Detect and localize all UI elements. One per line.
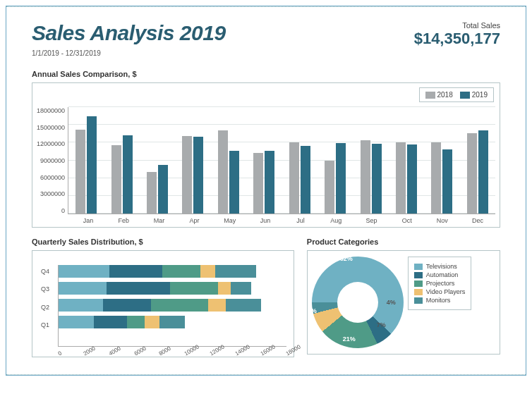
quarterly-chart: Q4Q3Q2Q1 0200040006000800010000120001400… xyxy=(32,250,294,357)
total-sales-label: Total Sales xyxy=(414,21,500,30)
segment xyxy=(162,265,200,278)
legend-item: Televisions xyxy=(414,263,465,270)
month-col xyxy=(140,107,175,214)
date-range: 1/1/2019 - 12/31/2019 xyxy=(32,49,500,57)
report-body: Sales Analysis 2019 Total Sales $14,350,… xyxy=(6,7,526,374)
segment xyxy=(215,265,255,278)
segment xyxy=(59,316,94,328)
donut: 62%6%21%7%4% xyxy=(312,257,404,348)
month-col xyxy=(68,107,104,214)
bar-2019 xyxy=(229,151,239,214)
annual-x-axis: JanFebMarAprMayJunJulAugSepOctNovDec xyxy=(71,214,495,224)
month-col xyxy=(282,107,317,214)
bar-2019 xyxy=(301,146,310,214)
total-sales-value: $14,350,177 xyxy=(414,30,500,48)
legend-swatch-2019 xyxy=(460,92,470,99)
legend-swatch xyxy=(414,281,423,287)
segment xyxy=(107,282,170,295)
legend-swatch xyxy=(414,289,423,295)
legend-swatch xyxy=(414,264,423,270)
month-col xyxy=(460,107,495,214)
bar-2019 xyxy=(265,151,274,214)
bar-2019 xyxy=(87,116,97,214)
segment xyxy=(59,299,103,312)
month-col xyxy=(353,107,388,214)
annual-y-axis: 1800000015000000120000009000000600000030… xyxy=(37,107,68,214)
legend-item: Automation xyxy=(414,271,465,278)
segment xyxy=(151,299,208,312)
segment xyxy=(231,282,251,295)
slice-label: 6% xyxy=(308,307,317,314)
quarterly-plot: 0200040006000800010000120001400016000180… xyxy=(58,265,286,347)
segment xyxy=(200,265,216,278)
annual-chart: 2018 2019 180000001500000012000000900000… xyxy=(32,82,500,228)
segment xyxy=(145,316,160,328)
legend-label: Projectors xyxy=(426,280,455,287)
quarter-row xyxy=(59,282,286,295)
bar-2019 xyxy=(123,135,133,214)
legend-label-2018: 2018 xyxy=(437,91,453,99)
segment xyxy=(127,316,145,328)
bar-2019 xyxy=(478,130,488,214)
bar-2018 xyxy=(111,145,121,214)
month-col xyxy=(175,107,210,214)
bar-2018 xyxy=(361,140,370,214)
quarterly-x-axis: 0200040006000800010000120001400016000180… xyxy=(59,351,286,357)
categories-legend: TelevisionsAutomationProjectorsVideo Pla… xyxy=(408,257,471,310)
bar-2018 xyxy=(325,161,334,214)
annual-legend: 2018 2019 xyxy=(419,87,495,102)
legend-label: Automation xyxy=(426,271,459,278)
legend-item: Projectors xyxy=(414,280,465,287)
legend-swatch-2018 xyxy=(425,92,435,99)
legend-swatch xyxy=(414,272,423,278)
bar-2018 xyxy=(147,172,157,214)
slice-label: 7% xyxy=(377,321,386,328)
month-col xyxy=(424,107,459,214)
legend-label: Monitors xyxy=(426,297,451,304)
quarterly-chart-title: Quarterly Sales Distribution, $ xyxy=(32,238,294,246)
segment xyxy=(159,316,185,328)
segment xyxy=(170,282,218,295)
quarter-row xyxy=(59,265,286,278)
segment xyxy=(218,282,231,295)
page-title: Sales Analysis 2019 xyxy=(32,21,226,45)
bar-2018 xyxy=(467,133,477,214)
segment xyxy=(226,299,261,312)
segment xyxy=(59,282,107,295)
legend-label-2019: 2019 xyxy=(472,91,488,99)
month-col xyxy=(211,107,246,214)
categories-chart: 62%6%21%7%4% TelevisionsAutomationProjec… xyxy=(307,250,500,355)
annual-plot xyxy=(68,107,495,214)
month-col xyxy=(318,107,353,214)
month-col xyxy=(104,107,139,214)
legend-swatch xyxy=(414,297,423,304)
bar-2019 xyxy=(442,149,452,214)
slice-label: 62% xyxy=(340,255,353,262)
bar-2018 xyxy=(431,142,441,214)
slice-label: 4% xyxy=(387,299,396,306)
bar-2018 xyxy=(182,136,192,214)
bar-2019 xyxy=(407,144,417,214)
bar-2018 xyxy=(75,130,85,214)
bar-2018 xyxy=(396,142,406,214)
bar-2018 xyxy=(289,142,299,214)
segment xyxy=(208,299,226,312)
bar-2018 xyxy=(253,153,263,214)
segment xyxy=(103,299,151,312)
bar-2019 xyxy=(193,137,203,214)
legend-item: Monitors xyxy=(414,297,465,304)
legend-label: Video Players xyxy=(426,288,465,295)
quarterly-y-axis: Q4Q3Q2Q1 xyxy=(41,262,49,334)
month-col xyxy=(389,107,424,214)
quarter-row xyxy=(59,316,286,328)
segment xyxy=(94,316,127,328)
legend-label: Televisions xyxy=(426,263,457,270)
categories-chart-title: Product Categories xyxy=(307,238,500,246)
annual-chart-title: Annual Sales Comparison, $ xyxy=(32,70,500,78)
segment xyxy=(59,265,109,278)
bar-2019 xyxy=(158,165,168,214)
month-col xyxy=(246,107,282,214)
quarter-row xyxy=(59,299,286,312)
segment xyxy=(109,265,162,278)
bar-2019 xyxy=(372,144,382,214)
